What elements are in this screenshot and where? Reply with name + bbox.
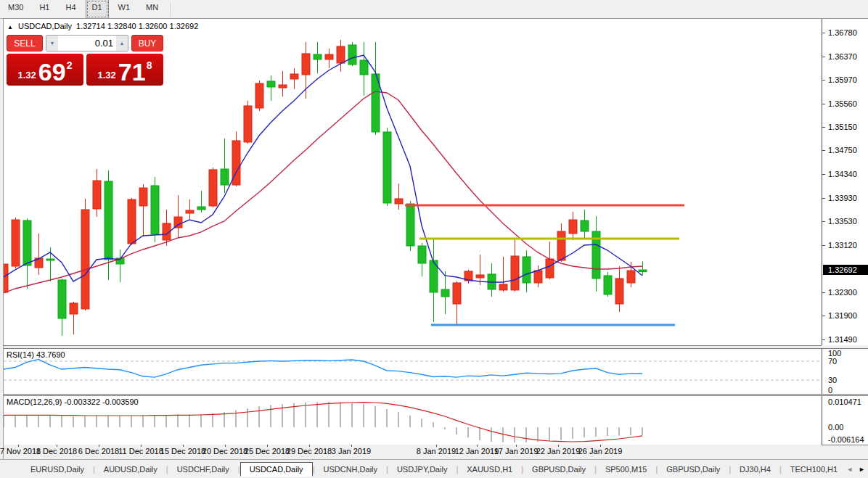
time-tick-label: 12 Jan 2019 [455, 447, 499, 456]
price-tick-label: 1.32300 [828, 288, 857, 297]
macd-label: MACD(12,26,9) -0.003322 -0.003590 [7, 397, 139, 406]
price-tick-label: 1.35560 [828, 99, 857, 108]
chart-tab-usdchf-daily[interactable]: USDCHF,Daily [168, 462, 238, 477]
price-tick-label: 1.34750 [828, 146, 857, 154]
timeframe-button-h1[interactable]: H1 [33, 0, 56, 19]
chart-title: ▲ USDCAD,Daily 1.32714 1.32840 1.32600 1… [7, 22, 198, 30]
rsi-tick-label: 70 [828, 357, 837, 366]
buy-button[interactable]: BUY [131, 35, 163, 51]
lot-increase-button[interactable]: ▲ [116, 36, 128, 51]
price-tick-mark [822, 292, 825, 293]
price-tick-label: 1.36780 [828, 28, 857, 37]
time-tick-label: 27 Nov 2018 [0, 447, 41, 456]
mt4-window: M30H1H4D1W1MN ▲ USDCAD,Daily 1.32714 1.3… [0, 0, 868, 478]
time-tick-label: 8 Jan 2019 [417, 447, 456, 456]
chart-tab-gbpusd-daily[interactable]: GBPUSD,Daily [658, 462, 729, 477]
price-tick-mark [822, 80, 825, 81]
macd-tick-label: 0.00 [828, 423, 843, 432]
chart-tab-xauusd-h1[interactable]: XAUUSD,H1 [458, 462, 521, 477]
chart-tab-dj30-h4[interactable]: DJ30,H4 [731, 462, 779, 477]
timeframe-button-h4[interactable]: H4 [59, 0, 82, 19]
macd-tick-label: 0.010471 [828, 397, 861, 406]
time-tick-label: 25 Dec 2018 [245, 447, 290, 456]
price-chart-panel[interactable]: ▲ USDCAD,Daily 1.32714 1.32840 1.32600 1… [4, 19, 822, 346]
price-tick-label: 1.33120 [828, 241, 857, 250]
macd-axis[interactable]: 0.0104710.00-0.006164 [822, 395, 868, 445]
timeframe-button-w1[interactable]: W1 [112, 0, 137, 19]
chart-tab-audusd-daily[interactable]: AUDUSD,Daily [95, 462, 166, 477]
timeframe-toolbar: M30H1H4D1W1MN [0, 0, 868, 19]
rsi-indicator-panel[interactable]: RSI(14) 43.7690 [4, 348, 822, 395]
chart-tab-usdcad-daily[interactable]: USDCAD,Daily [240, 462, 313, 477]
sell-button[interactable]: SELL [7, 35, 43, 51]
timeframe-button-m30[interactable]: M30 [1, 0, 30, 19]
buy-price-prefix: 1.32 [98, 70, 116, 81]
time-tick-label: 26 Jan 2019 [578, 447, 623, 456]
time-tick-label: 20 Dec 2018 [202, 447, 247, 456]
time-axis[interactable]: 27 Nov 20181 Dec 20186 Dec 201811 Dec 20… [4, 445, 822, 460]
ohlc-values: 1.32714 1.32840 1.32600 1.32692 [76, 22, 198, 30]
collapse-icon[interactable]: ▲ [7, 24, 13, 30]
sell-price-main: 69 [38, 61, 66, 83]
price-tick-mark [822, 150, 825, 151]
timeframe-button-mn[interactable]: MN [139, 0, 165, 19]
sell-price-prefix: 1.32 [18, 70, 36, 81]
timeframe-button-d1[interactable]: D1 [86, 0, 109, 19]
price-tick-label: 1.35970 [828, 75, 857, 84]
tab-scroll-left-icon[interactable]: ◄ [846, 466, 853, 473]
rsi-tick-label: 30 [828, 376, 837, 384]
buy-price-tile[interactable]: 1.32 71 8 [86, 54, 163, 86]
price-tick-label: 1.33530 [828, 217, 857, 226]
price-tick-label: 1.33930 [828, 194, 857, 202]
chart-tab-eurusd-daily[interactable]: EURUSD,Daily [22, 462, 93, 477]
macd-tick-label: -0.006164 [828, 435, 864, 444]
chart-tab-sp500-m15[interactable]: SP500,M15 [597, 462, 655, 477]
sell-price-pip: 2 [67, 59, 73, 71]
price-tick-mark [822, 245, 825, 246]
lot-decrease-button[interactable]: ▼ [46, 36, 58, 51]
price-tick-mark [822, 339, 825, 340]
price-tick-mark [822, 198, 825, 199]
buy-price-pip: 8 [147, 59, 152, 71]
sell-price-tile[interactable]: 1.32 69 2 [7, 54, 83, 86]
current-price-badge: 1.32692 [823, 265, 868, 275]
price-tick-label: 1.31900 [828, 311, 857, 320]
price-tick-mark [822, 174, 825, 175]
time-tick-label: 1 Dec 2018 [36, 447, 77, 456]
chart-window: ▲ USDCAD,Daily 1.32714 1.32840 1.32600 1… [3, 18, 868, 460]
price-tick-label: 1.31490 [828, 335, 857, 344]
toolbar-separator [171, 1, 172, 17]
time-tick-label: 17 Jan 2019 [494, 447, 539, 456]
chart-tab-tech100-h1[interactable]: TECH100,H1 [782, 462, 846, 477]
buy-price-main: 71 [118, 61, 146, 83]
price-tick-label: 1.35150 [828, 123, 857, 131]
price-tick-mark [822, 57, 825, 57]
one-click-trading-widget: SELL ▼ 0.01 ▲ BUY 1.32 69 2 1.32 [7, 35, 163, 86]
price-tick-mark [822, 316, 825, 316]
macd-indicator-panel[interactable]: MACD(12,26,9) -0.003322 -0.003590 [4, 395, 822, 445]
price-tick-mark [822, 221, 825, 222]
rsi-label: RSI(14) 43.7690 [7, 350, 65, 359]
lot-stepper: ▼ 0.01 ▲ [46, 35, 128, 51]
chart-tab-usdjpy-daily[interactable]: USDJPY,Daily [388, 462, 456, 477]
chart-tab-gbpusd-daily[interactable]: GBPUSD,Daily [523, 462, 594, 477]
time-tick-label: 29 Dec 2018 [287, 447, 332, 456]
rsi-chart[interactable] [4, 349, 822, 394]
price-tick-mark [822, 104, 825, 104]
chart-tab-usdcnh-daily[interactable]: USDCNH,Daily [314, 462, 386, 477]
time-tick-label: 15 Dec 2018 [160, 447, 205, 456]
time-tick-label: 6 Dec 2018 [78, 447, 119, 456]
time-tick-label: 3 Jan 2019 [332, 447, 371, 456]
time-tick-label: 11 Dec 2018 [118, 447, 163, 456]
price-tick-mark [822, 127, 825, 128]
time-tick-label: 22 Jan 2019 [536, 447, 581, 456]
chart-tab-bar: EURUSD,Daily|AUDUSD,Daily|USDCHF,Daily|U… [0, 459, 868, 478]
lot-size-input[interactable]: 0.01 [58, 36, 116, 51]
price-tick-mark [822, 33, 825, 33]
price-tick-label: 1.34340 [828, 170, 857, 178]
tab-scroll-right-icon[interactable]: ► [859, 466, 865, 473]
price-tick-label: 1.36370 [828, 52, 857, 61]
price-axis[interactable]: 1.32692 1.367801.363701.359701.355601.35… [822, 19, 868, 345]
rsi-tick-label: 0 [828, 386, 832, 395]
rsi-axis[interactable]: 10070300 [822, 348, 868, 395]
